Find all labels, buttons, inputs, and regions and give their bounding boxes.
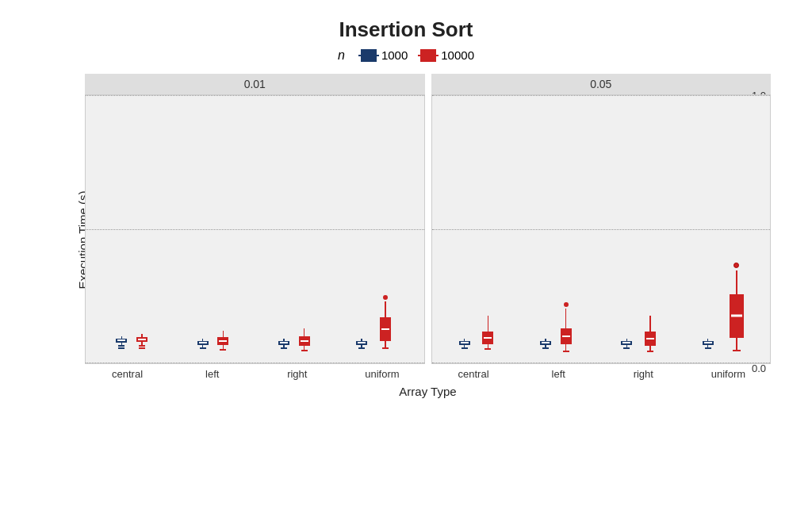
boxplot-001-central-red [136, 334, 147, 349]
facet-005: 0.05 [431, 74, 772, 380]
boxplot-005-right-red [645, 316, 656, 352]
x-label-central-005: central [431, 368, 516, 380]
boxplot-005-left-navy [540, 339, 551, 349]
x-label-left-005: left [516, 368, 601, 380]
x-labels-005: central left right uniform [431, 368, 772, 380]
legend-label-10000: 10000 [441, 48, 474, 62]
boxplot-001-right-red [299, 328, 310, 351]
legend-item-10000: 10000 [420, 48, 474, 62]
facet-001: 0.01 [85, 74, 425, 380]
boxplot-005-uniform-navy [703, 339, 714, 349]
boxplot-001-uniform-red [380, 295, 391, 349]
x-label-uniform-001: uniform [339, 368, 424, 380]
boxplot-001-left-red [217, 331, 228, 351]
grid-line-00-005 [432, 362, 771, 363]
boxplot-005-right-navy [621, 339, 632, 349]
grid-line-00 [86, 362, 424, 363]
grid-line-10 [86, 95, 424, 96]
x-label-left-001: left [170, 368, 255, 380]
boxplot-001-central-navy [116, 336, 127, 349]
legend: n 1000 10000 [25, 48, 787, 63]
x-labels-001: central left right uniform [85, 368, 425, 380]
x-label-uniform-005: uniform [686, 368, 771, 380]
chart-container: Insertion Sort n 1000 10000 Execution Ti… [25, 17, 787, 493]
plot-grid-001 [85, 94, 425, 364]
boxplot-005-central-navy [459, 339, 470, 349]
boxplot-005-uniform-red [730, 263, 744, 351]
boxplot-005-central-red [482, 316, 493, 350]
x-label-right-005: right [601, 368, 686, 380]
grid-line-05-005 [432, 229, 771, 230]
plot-grid-005 [431, 94, 772, 364]
grid-line-10-005 [432, 95, 771, 96]
grid-line-05 [86, 229, 424, 230]
facet-header-001: 0.01 [85, 74, 425, 94]
boxplot-001-uniform-navy [356, 339, 367, 349]
facet-header-005: 0.05 [431, 74, 772, 94]
boxplot-005-left-red [561, 302, 572, 352]
boxplot-001-left-navy [197, 339, 209, 349]
legend-label-1000: 1000 [381, 48, 408, 62]
x-axis-label: Array Type [85, 385, 771, 398]
x-label-right-001: right [255, 368, 339, 380]
legend-item-1000: 1000 [361, 48, 408, 62]
chart-title: Insertion Sort [25, 17, 787, 42]
legend-n-label: n [338, 48, 345, 63]
boxplot-001-right-navy [278, 339, 289, 349]
